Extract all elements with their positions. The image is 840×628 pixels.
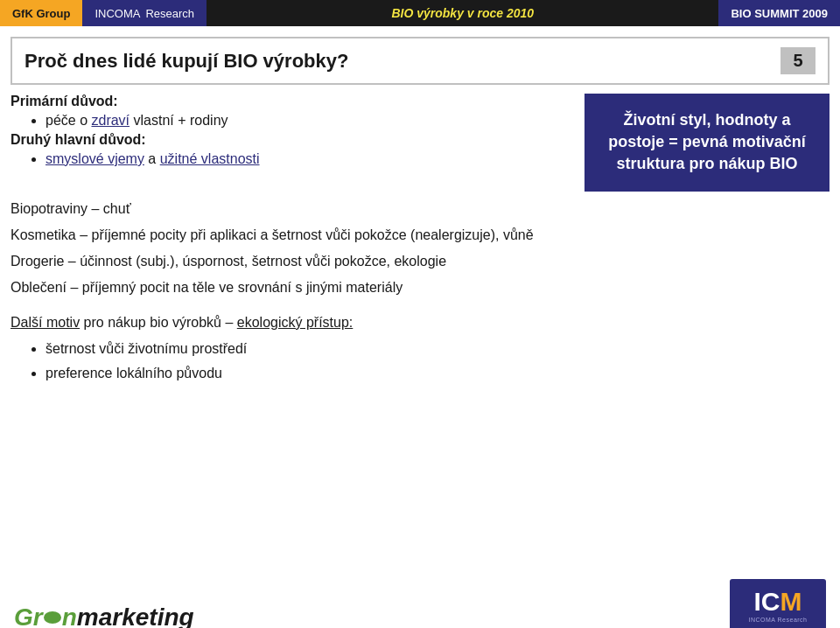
footer-branding: Grn marketing IC M INCOMA Research [0, 577, 840, 628]
bullet-setrnost: šetrnost vůči životnímu prostředí [46, 338, 830, 359]
bullet-zdravi: péče o zdraví vlastní + rodiny [46, 113, 576, 129]
para-biopotraviny: Biopotraviny – chuť [10, 199, 830, 220]
research-label: Research [145, 7, 194, 20]
primary-bullets: péče o zdraví vlastní + rodiny [46, 113, 576, 129]
incoma-logo: INCOMA Research [82, 0, 206, 26]
marketing-text: marketing [77, 604, 194, 628]
gfk-logo: GfK Group [0, 0, 82, 26]
left-column: Primární důvod: péče o zdraví vlastní + … [10, 94, 576, 192]
icm-letters-row: IC M [754, 589, 802, 615]
motivation-text: Životní styl, hodnoty a postoje = pevná … [598, 109, 816, 176]
para-obleceni: Oblečení – příjemný pocit na těle ve sro… [10, 277, 830, 298]
dalsi-motiv-line: Další motiv pro nákup bio výrobků – ekol… [10, 312, 830, 333]
footer-motiv-section: Další motiv pro nákup bio výrobků – ekol… [10, 312, 830, 384]
icm-inner: IC M INCOMA Research [748, 589, 807, 623]
body-paragraphs: Biopotraviny – chuť Kosmetika – příjemné… [10, 199, 830, 298]
secondary-reason-label: Druhý hlavní důvod: [10, 132, 576, 148]
primary-reason-label: Primární důvod: [10, 94, 576, 109]
motiv-bullets: šetrnost vůči životnímu prostředí prefer… [46, 338, 830, 384]
secondary-bullets: smyslové vjemy a užitné vlastnosti [46, 151, 576, 167]
para-kosmetika: Kosmetika – příjemné pocity při aplikaci… [10, 225, 830, 246]
slide-title: Proč dnes lidé kupují BIO výrobky? [24, 50, 348, 73]
top-content-area: Primární důvod: péče o zdraví vlastní + … [10, 94, 830, 192]
motiv-link: ekologický přístup: [237, 315, 354, 330]
slide-title-bar: Proč dnes lidé kupují BIO výrobky? 5 [10, 37, 830, 85]
bullet-preference: preference lokálního původu [46, 363, 830, 384]
bullet-smyslove: smyslové vjemy a užitné vlastnosti [46, 151, 576, 167]
slide-number: 5 [780, 47, 816, 74]
main-content: Proč dnes lidé kupují BIO výrobky? 5 Pri… [0, 37, 840, 628]
header-bar: GfK Group INCOMA Research BIO výrobky v … [0, 0, 840, 26]
gfk-label: GfK Group [12, 7, 70, 20]
green-text: Gr [14, 604, 43, 628]
para-drogerie: Drogerie – účinnost (subj.), úspornost, … [10, 251, 830, 272]
incoma-label: INCOMA [94, 7, 140, 20]
icm-subtitle: INCOMA Research [748, 617, 807, 623]
icm-ic: IC [754, 589, 780, 615]
green-o-leaf [44, 611, 61, 624]
presentation-title: BIO výrobky v roce 2010 [206, 0, 718, 26]
dalsi-motiv-label: Další motiv [10, 315, 80, 330]
green-marketing-logo: Grn marketing [14, 604, 194, 628]
green-text2: n [62, 604, 77, 628]
motiv-suffix: pro nákup bio výrobků – [80, 315, 237, 330]
summit-label: BIO SUMMIT 2009 [718, 0, 840, 26]
icm-m-accent: M [780, 589, 802, 615]
right-motivation-box: Životní styl, hodnoty a postoje = pevná … [584, 94, 830, 192]
icm-logo: IC M INCOMA Research [730, 579, 826, 628]
